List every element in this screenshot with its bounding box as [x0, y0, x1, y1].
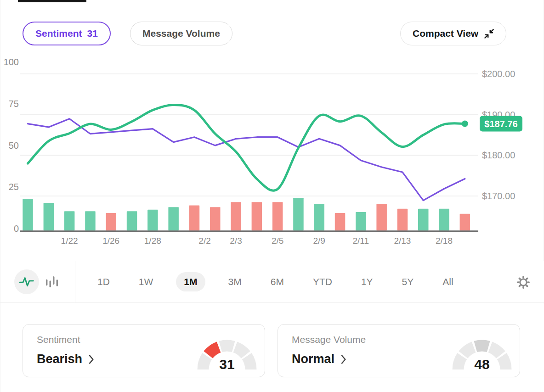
range-button-6m[interactable]: 6M	[265, 272, 290, 291]
svg-text:75: 75	[9, 99, 19, 109]
volume-bar	[210, 207, 221, 230]
volume-bar	[397, 209, 408, 230]
gauge-segment	[463, 347, 474, 355]
sentiment-toggle-value: 31	[87, 28, 98, 39]
volume-bar	[231, 202, 241, 230]
gear-teeth	[518, 277, 529, 288]
volume-bar	[23, 199, 33, 230]
volume-bar	[44, 203, 54, 230]
range-button-1w[interactable]: 1W	[133, 272, 159, 291]
range-button-ytd[interactable]: YTD	[307, 272, 338, 291]
volume-bar	[376, 204, 387, 230]
range-button-1m[interactable]: 1M	[176, 272, 205, 291]
chevron-right-icon	[89, 355, 94, 364]
volume-bar	[106, 213, 117, 230]
card-title: Message Volume	[292, 334, 366, 345]
line-chart-type-button[interactable]	[14, 269, 39, 294]
message-volume-toggle-label: Message Volume	[142, 28, 220, 39]
active-tab-underline	[18, 0, 86, 2]
range-button-3m[interactable]: 3M	[222, 272, 248, 291]
volume-bar	[189, 206, 200, 230]
volume-bar	[439, 209, 449, 230]
gauge-segment	[247, 356, 251, 370]
sentiment-line	[28, 119, 465, 201]
svg-text:2/9: 2/9	[313, 236, 325, 246]
svg-text:25: 25	[9, 182, 19, 192]
sentiment-chart-panel: Sentiment 31 Message Volume Compact View…	[0, 0, 544, 392]
svg-text:$200.00: $200.00	[482, 69, 515, 79]
chart-settings-button[interactable]	[517, 276, 530, 291]
volume-bar	[272, 202, 283, 230]
svg-text:1/26: 1/26	[102, 236, 119, 246]
volume-bar	[168, 207, 179, 230]
sentiment-toggle-button[interactable]: Sentiment 31	[23, 22, 111, 45]
range-button-1y[interactable]: 1Y	[355, 272, 379, 291]
card-title: Sentiment	[37, 334, 80, 345]
gauge-value: 48	[474, 357, 489, 371]
svg-text:1/28: 1/28	[144, 236, 161, 246]
range-button-all[interactable]: All	[436, 272, 459, 291]
gridlines	[20, 74, 478, 196]
sentiment-toggle-label: Sentiment	[35, 28, 82, 39]
range-button-1d[interactable]: 1D	[91, 272, 116, 291]
last-price-badge-label: $187.76	[484, 119, 517, 129]
compact-view-button[interactable]: Compact View	[400, 22, 506, 45]
sentiment-gauge: 31	[197, 339, 257, 371]
price-line	[28, 105, 465, 190]
price-sentiment-chart[interactable]: $200.00$190.00$180.00$170.001/221/261/28…	[0, 50, 544, 259]
chart-toolbar: 1D1W1M3M6MYTD1Y5YAll	[0, 261, 544, 303]
svg-text:2/5: 2/5	[272, 236, 283, 246]
svg-text:0: 0	[14, 224, 19, 234]
sentiment-state-value: Bearish	[37, 352, 82, 366]
svg-text:2/3: 2/3	[230, 236, 242, 246]
volume-bars-icon	[45, 276, 58, 288]
volume-bar	[127, 211, 137, 230]
svg-text:2/11: 2/11	[353, 236, 369, 246]
volume-bar	[293, 198, 304, 230]
message-volume-detail-link[interactable]: Normal	[292, 352, 346, 366]
volume-bar	[147, 210, 158, 230]
message-volume-toggle-button[interactable]: Message Volume	[130, 22, 232, 45]
svg-text:1/22: 1/22	[61, 236, 78, 246]
gauge-segment	[490, 347, 501, 355]
volume-bar	[356, 212, 366, 230]
right-axis-labels: $200.00$190.00$180.00$170.00	[482, 69, 515, 201]
volume-bar	[418, 209, 429, 230]
svg-text:2/13: 2/13	[394, 236, 411, 246]
time-range-selector: 1D1W1M3M6MYTD1Y5YAll	[91, 261, 459, 302]
line-chart-icon	[19, 276, 34, 287]
gauge-segment	[476, 346, 488, 347]
collapse-arrows-icon	[484, 29, 494, 39]
svg-text:50: 50	[9, 140, 19, 151]
gauge-segment	[221, 346, 233, 347]
svg-text:$180.00: $180.00	[482, 150, 515, 160]
sentiment-summary-card: Sentiment Bearish 31	[23, 324, 265, 377]
last-price-dot	[462, 121, 468, 127]
message-volume-gauge: 48	[452, 339, 512, 371]
gauge-segment	[458, 356, 462, 370]
gauge-segment	[235, 347, 246, 355]
chart-type-group	[0, 261, 75, 302]
volume-bar	[314, 204, 325, 230]
gauge-segment	[208, 347, 219, 355]
gauge-segment	[203, 356, 207, 370]
message-volume-state-value: Normal	[292, 352, 334, 366]
volume-bar	[85, 211, 96, 230]
message-volume-summary-card: Message Volume Normal 48	[278, 324, 520, 377]
chevron-right-icon	[341, 355, 346, 364]
range-button-5y[interactable]: 5Y	[396, 272, 420, 291]
volume-bar	[64, 211, 75, 230]
summary-cards-section: Sentiment Bearish 31 Message Volume Norm…	[0, 303, 544, 392]
svg-text:2/2: 2/2	[198, 236, 210, 246]
svg-text:$170.00: $170.00	[482, 191, 515, 201]
sentiment-detail-link[interactable]: Bearish	[37, 352, 94, 366]
gauge-segment	[502, 356, 506, 370]
volume-bar	[460, 214, 470, 230]
svg-text:2/18: 2/18	[436, 236, 453, 246]
volume-bar	[252, 202, 262, 230]
volume-chart-type-button[interactable]	[45, 276, 58, 288]
message-volume-bars	[23, 198, 470, 230]
compact-view-label: Compact View	[413, 28, 478, 39]
x-axis-labels: 1/221/261/282/22/32/52/92/112/132/18	[61, 236, 453, 246]
volume-bar	[335, 213, 346, 230]
